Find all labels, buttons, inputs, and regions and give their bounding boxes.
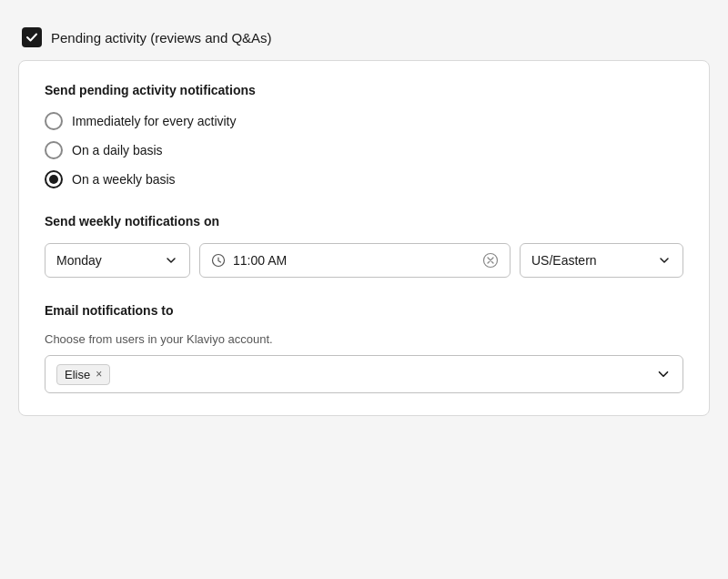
timezone-chevron-icon xyxy=(657,253,672,268)
page-container: Pending activity (reviews and Q&As) Send… xyxy=(18,18,710,416)
tag-label: Elise xyxy=(65,368,90,381)
timezone-select[interactable]: US/Eastern xyxy=(520,243,683,278)
header-label: Pending activity (reviews and Q&As) xyxy=(51,30,272,46)
weekly-section: Send weekly notifications on Monday 11:0… xyxy=(45,214,683,278)
time-row: Monday 11:00 AM xyxy=(45,243,683,278)
radio-immediately-indicator xyxy=(45,112,63,130)
email-tag-elise: Elise × xyxy=(56,364,110,385)
email-section: Email notifications to Choose from users… xyxy=(45,303,683,393)
radio-group: Immediately for every activity On a dail… xyxy=(45,112,683,188)
weekly-title: Send weekly notifications on xyxy=(45,214,683,229)
radio-daily-indicator xyxy=(45,141,63,159)
header-row: Pending activity (reviews and Q&As) xyxy=(18,27,710,47)
email-title: Email notifications to xyxy=(45,303,683,318)
day-select[interactable]: Monday xyxy=(45,243,190,278)
tag-close-icon[interactable]: × xyxy=(96,368,102,381)
time-value: 11:00 AM xyxy=(233,253,475,268)
radio-immediately[interactable]: Immediately for every activity xyxy=(45,112,683,130)
radio-weekly-label: On a weekly basis xyxy=(72,172,176,187)
radio-weekly-indicator xyxy=(45,170,63,188)
timezone-value: US/Eastern xyxy=(531,253,597,268)
clock-icon xyxy=(211,253,226,268)
pending-activity-checkbox[interactable] xyxy=(22,27,42,47)
email-input-row[interactable]: Elise × xyxy=(45,355,683,393)
radio-daily-label: On a daily basis xyxy=(72,143,163,157)
time-clear-icon[interactable] xyxy=(482,252,499,269)
day-chevron-icon xyxy=(164,253,178,268)
radio-weekly[interactable]: On a weekly basis xyxy=(45,170,683,188)
send-notifications-title: Send pending activity notifications xyxy=(45,83,683,97)
time-input[interactable]: 11:00 AM xyxy=(199,243,511,278)
radio-daily[interactable]: On a daily basis xyxy=(45,141,683,159)
settings-card: Send pending activity notifications Imme… xyxy=(18,60,710,416)
email-chevron-icon[interactable] xyxy=(655,366,672,382)
email-subtitle: Choose from users in your Klaviyo accoun… xyxy=(45,332,683,346)
radio-weekly-inner-dot xyxy=(49,175,58,184)
radio-immediately-label: Immediately for every activity xyxy=(72,114,237,128)
day-select-value: Monday xyxy=(56,253,102,268)
